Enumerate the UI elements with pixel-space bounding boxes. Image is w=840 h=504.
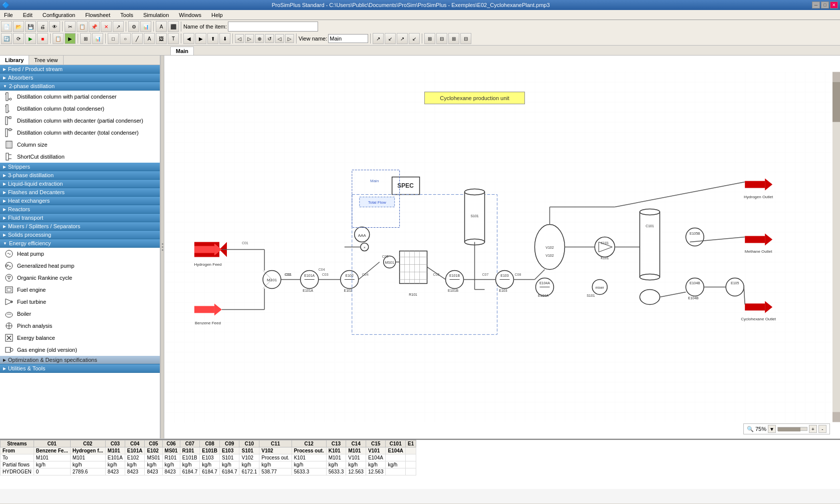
- tb-btn-10[interactable]: ⬆: [207, 33, 218, 44]
- select-button[interactable]: ↗: [113, 21, 124, 32]
- nav-refresh[interactable]: ↺: [265, 34, 274, 43]
- tb-btn-3[interactable]: 📋: [53, 33, 64, 44]
- section-3phase[interactable]: ▶ 3-phase distillation: [0, 171, 160, 180]
- tb-btn-1[interactable]: A: [156, 21, 167, 32]
- tb-btn-6[interactable]: 📊: [92, 33, 103, 44]
- nav-left[interactable]: ◁: [275, 34, 284, 43]
- lib-item-distillation-decanter-partial[interactable]: Distillation column with decanter (parti…: [0, 115, 160, 127]
- results-button[interactable]: 📊: [140, 21, 151, 32]
- tb-btn-14[interactable]: ↗: [397, 33, 408, 44]
- view-name-input[interactable]: [328, 34, 368, 43]
- panel-tab-treeview[interactable]: Tree view: [29, 56, 63, 65]
- line-tool[interactable]: ╱: [132, 33, 143, 44]
- new-button[interactable]: 📄: [1, 21, 12, 32]
- minimize-button[interactable]: ─: [812, 2, 820, 9]
- zoom-slider[interactable]: [777, 427, 807, 431]
- section-solids[interactable]: ▶ Solids processing: [0, 231, 160, 239]
- tb-btn-18[interactable]: ⊞: [448, 33, 459, 44]
- tb-btn-12[interactable]: ↗: [373, 33, 384, 44]
- menu-simulation[interactable]: Simulation: [141, 11, 171, 19]
- tb-btn-15[interactable]: ↙: [409, 33, 420, 44]
- zoom-out[interactable]: -: [818, 425, 826, 433]
- tb-btn-8[interactable]: ◀: [183, 33, 194, 44]
- tb-btn-7[interactable]: T: [168, 33, 179, 44]
- menu-tools[interactable]: Tools: [118, 11, 135, 19]
- section-optimization[interactable]: ▶ Optimization & Design specifications: [0, 356, 160, 364]
- resize-handle[interactable]: [160, 56, 164, 438]
- lib-item-gas-engine[interactable]: Gas engine (old version): [0, 344, 160, 356]
- lib-item-fuel-engine[interactable]: Fuel engine: [0, 284, 160, 296]
- menu-help[interactable]: Help: [209, 11, 225, 19]
- tb-btn-11[interactable]: ⬇: [219, 33, 230, 44]
- tb-btn-17[interactable]: ⊟: [436, 33, 447, 44]
- lib-item-gen-heat-pump[interactable]: Generalized heat pump: [0, 260, 160, 272]
- lib-item-distillation-total[interactable]: Distillation column (total condenser): [0, 103, 160, 115]
- tb-btn-13[interactable]: ↙: [385, 33, 396, 44]
- open-button[interactable]: 📂: [13, 21, 24, 32]
- print-button[interactable]: 🖨: [37, 21, 48, 32]
- tb-btn-5[interactable]: ⊞: [80, 33, 91, 44]
- run-button[interactable]: ▶: [25, 33, 36, 44]
- nav-home[interactable]: ⊕: [255, 34, 264, 43]
- lib-item-distillation-decanter-total[interactable]: Distillation column with decanter (total…: [0, 127, 160, 139]
- text-tool[interactable]: A: [144, 33, 155, 44]
- menu-file[interactable]: File: [2, 11, 15, 19]
- lib-item-pinch[interactable]: Pinch analysis: [0, 320, 160, 332]
- print-preview-button[interactable]: 👁: [49, 21, 60, 32]
- lib-item-heat-pump[interactable]: Heat pump: [0, 248, 160, 260]
- nav-back[interactable]: ◁: [235, 34, 244, 43]
- menu-configuration[interactable]: Configuration: [41, 11, 77, 19]
- section-reactors[interactable]: ▶ Reactors: [0, 205, 160, 214]
- stop-button[interactable]: ■: [37, 33, 48, 44]
- tb-btn-4[interactable]: ▶: [65, 33, 76, 44]
- lib-item-exergy[interactable]: Exergy balance: [0, 332, 160, 344]
- section-absorbers[interactable]: ▶ Absorbers: [0, 74, 160, 82]
- cut-button[interactable]: ✂: [65, 21, 76, 32]
- tb-btn-16[interactable]: ⊞: [424, 33, 435, 44]
- save-button[interactable]: 💾: [25, 21, 36, 32]
- panel-tab-library[interactable]: Library: [0, 56, 29, 65]
- section-2phase[interactable]: ▼ 2-phase distillation: [0, 82, 160, 91]
- lib-item-shortcut[interactable]: ShortCut distillation: [0, 151, 160, 163]
- section-energy[interactable]: ▼ Energy efficiency: [0, 239, 160, 248]
- nav-right[interactable]: ▷: [285, 34, 294, 43]
- ellipse-tool[interactable]: ○: [120, 33, 131, 44]
- rect-tool[interactable]: □: [108, 33, 119, 44]
- menu-windows[interactable]: Windows: [177, 11, 203, 19]
- zoom-in[interactable]: +: [809, 425, 817, 433]
- lib-item-column-size[interactable]: Column size: [0, 139, 160, 151]
- lib-item-distillation-partial[interactable]: Distillation column with partial condens…: [0, 91, 160, 103]
- section-strippers[interactable]: ▶ Strippers: [0, 163, 160, 171]
- close-button[interactable]: ✕: [830, 2, 838, 9]
- lib-item-boiler[interactable]: Boiler: [0, 308, 160, 320]
- section-fluid-transport[interactable]: ▶ Fluid transport: [0, 214, 160, 222]
- draw-btn-1[interactable]: 🔄: [1, 33, 12, 44]
- maximize-button[interactable]: □: [821, 2, 829, 9]
- flowsheet-svg[interactable]: Cyclohexane production unit Hydrogen Fee…: [164, 56, 840, 438]
- nav-forward[interactable]: ▷: [245, 34, 254, 43]
- name-input[interactable]: [228, 22, 318, 32]
- section-liquid-liquid[interactable]: ▶ Liquid-liquid extraction: [0, 180, 160, 188]
- tab-main[interactable]: Main: [170, 47, 194, 55]
- configure-button[interactable]: ⚙: [128, 21, 139, 32]
- tb-btn-2[interactable]: ⬛: [168, 21, 179, 32]
- section-heat-exchangers[interactable]: ▶ Heat exchangers: [0, 197, 160, 205]
- zoom-dropdown[interactable]: ▼: [768, 425, 776, 433]
- streams-table[interactable]: Streams C01 C02 C03 C04 C05 C06 C07 C08 …: [0, 439, 840, 489]
- section-utilities[interactable]: ▶ Utilities & Tools: [0, 364, 160, 373]
- delete-button[interactable]: ✕: [101, 21, 112, 32]
- section-mixers-splitters[interactable]: ▶ Mixers / Splitters / Separators: [0, 222, 160, 231]
- copy-button[interactable]: 📋: [77, 21, 88, 32]
- library-content[interactable]: ▶ Feed / Product stream ▶ Absorbers ▼ 2-…: [0, 65, 160, 438]
- section-feed-product[interactable]: ▶ Feed / Product stream: [0, 65, 160, 74]
- section-flashes[interactable]: ▶ Flashes and Decanters: [0, 188, 160, 197]
- draw-btn-2[interactable]: ⟳: [13, 33, 24, 44]
- tb-btn-19[interactable]: ⊟: [460, 33, 471, 44]
- menu-edit[interactable]: Edit: [21, 11, 35, 19]
- lib-item-rankine[interactable]: Organic Rankine cycle: [0, 272, 160, 284]
- tb-btn-9[interactable]: ▶: [195, 33, 206, 44]
- paste-button[interactable]: 📌: [89, 21, 100, 32]
- lib-item-fuel-turbine[interactable]: Fuel turbine: [0, 296, 160, 308]
- menu-flowsheet[interactable]: Flowsheet: [83, 11, 112, 19]
- image-tool[interactable]: 🖼: [156, 33, 167, 44]
